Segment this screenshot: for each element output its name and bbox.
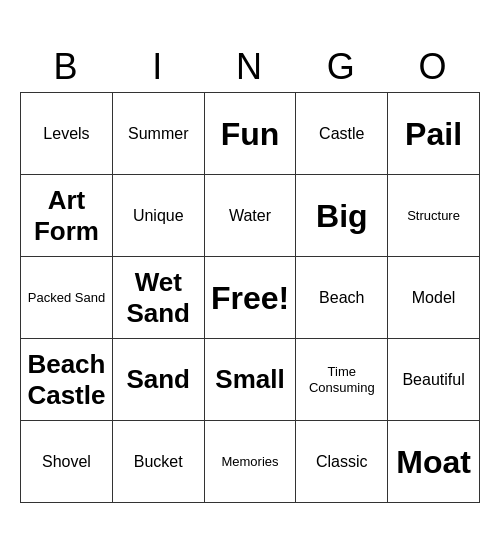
bingo-card: BINGO LevelsSummerFunCastlePailArt FormU… (20, 41, 480, 504)
bingo-row-3: Beach CastleSandSmallTime ConsumingBeaut… (21, 339, 480, 421)
bingo-cell-1-4: Structure (388, 175, 480, 257)
bingo-body: LevelsSummerFunCastlePailArt FormUniqueW… (21, 93, 480, 503)
bingo-cell-3-4: Beautiful (388, 339, 480, 421)
bingo-cell-2-4: Model (388, 257, 480, 339)
bingo-cell-2-0: Packed Sand (21, 257, 113, 339)
bingo-cell-0-2: Fun (204, 93, 296, 175)
bingo-cell-0-1: Summer (112, 93, 204, 175)
bingo-cell-1-3: Big (296, 175, 388, 257)
bingo-cell-1-2: Water (204, 175, 296, 257)
bingo-cell-3-3: Time Consuming (296, 339, 388, 421)
bingo-cell-0-0: Levels (21, 93, 113, 175)
bingo-cell-4-0: Shovel (21, 421, 113, 503)
header-letter-g: G (296, 41, 388, 93)
bingo-row-4: ShovelBucketMemoriesClassicMoat (21, 421, 480, 503)
bingo-cell-0-4: Pail (388, 93, 480, 175)
bingo-row-2: Packed SandWet SandFree!BeachModel (21, 257, 480, 339)
header-letter-b: B (21, 41, 113, 93)
bingo-cell-1-1: Unique (112, 175, 204, 257)
bingo-cell-4-2: Memories (204, 421, 296, 503)
bingo-cell-4-3: Classic (296, 421, 388, 503)
header-letter-o: O (388, 41, 480, 93)
bingo-cell-3-0: Beach Castle (21, 339, 113, 421)
bingo-cell-2-1: Wet Sand (112, 257, 204, 339)
bingo-cell-4-4: Moat (388, 421, 480, 503)
bingo-header: BINGO (21, 41, 480, 93)
bingo-cell-3-1: Sand (112, 339, 204, 421)
header-letter-i: I (112, 41, 204, 93)
header-letter-n: N (204, 41, 296, 93)
bingo-cell-2-2: Free! (204, 257, 296, 339)
bingo-cell-1-0: Art Form (21, 175, 113, 257)
bingo-cell-0-3: Castle (296, 93, 388, 175)
bingo-cell-3-2: Small (204, 339, 296, 421)
bingo-cell-2-3: Beach (296, 257, 388, 339)
bingo-cell-4-1: Bucket (112, 421, 204, 503)
bingo-row-0: LevelsSummerFunCastlePail (21, 93, 480, 175)
bingo-row-1: Art FormUniqueWaterBigStructure (21, 175, 480, 257)
